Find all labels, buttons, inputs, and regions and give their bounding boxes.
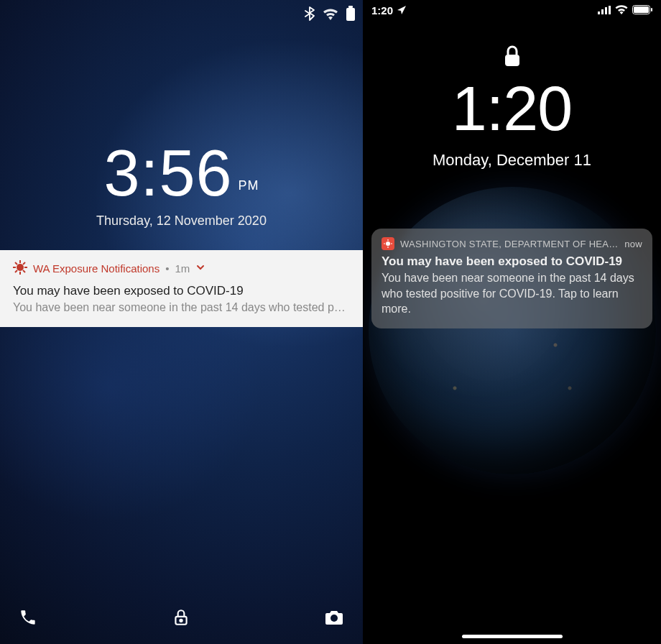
battery-icon — [632, 4, 652, 17]
wifi-icon — [615, 4, 628, 17]
svg-rect-19 — [634, 6, 649, 13]
svg-rect-1 — [348, 6, 353, 8]
svg-rect-20 — [651, 8, 652, 12]
iphone-notification-age: now — [624, 239, 642, 249]
bluetooth-icon — [304, 6, 315, 24]
android-ampm: PM — [239, 178, 259, 193]
android-notification-age: 1m — [175, 262, 190, 275]
lock-icon — [504, 45, 521, 70]
iphone-notification-title: You may have been exposed to COVID-19 — [382, 254, 642, 269]
android-notification-header: WA Exposure Notifications • 1m — [13, 260, 350, 277]
chevron-down-icon[interactable] — [195, 262, 205, 275]
android-bottom-bar — [0, 608, 363, 630]
svg-rect-16 — [605, 7, 607, 14]
svg-point-2 — [17, 264, 24, 271]
lock-icon[interactable] — [172, 608, 190, 630]
app-icon — [382, 237, 394, 250]
svg-point-22 — [386, 242, 390, 246]
android-statusbar — [304, 6, 356, 24]
camera-icon[interactable] — [324, 609, 344, 629]
home-indicator[interactable] — [462, 635, 563, 638]
phone-icon[interactable] — [19, 608, 37, 630]
android-notification-app: WA Exposure Notifications — [33, 262, 160, 275]
svg-rect-14 — [598, 12, 600, 14]
dot-separator: • — [165, 262, 169, 275]
iphone-notification-app: WASHINGTON STATE, DEPARTMENT OF HEALTH — [400, 239, 619, 249]
iphone-notification-body: You have been near someone in the past 1… — [382, 270, 642, 317]
svg-rect-15 — [601, 9, 604, 14]
battery-icon — [346, 6, 356, 24]
svg-line-9 — [15, 270, 17, 272]
android-notification[interactable]: WA Exposure Notifications • 1m You may h… — [0, 250, 363, 327]
android-lockscreen: 3:56 PM Thursday, 12 November 2020 WA Ex… — [0, 0, 363, 644]
virus-icon — [13, 260, 27, 277]
cellular-icon — [598, 4, 611, 17]
iphone-lockscreen: 1:20 1:20 Monday, December 11 WASHI — [363, 0, 661, 644]
android-notification-title: You may have been exposed to COVID-19 — [13, 284, 350, 298]
svg-point-13 — [330, 615, 338, 622]
iphone-date: Monday, December 11 — [363, 151, 661, 170]
android-time: 3:56 — [103, 137, 232, 211]
android-notification-body: You have been near someone in the past 1… — [13, 301, 350, 314]
svg-rect-21 — [505, 55, 519, 66]
svg-line-7 — [15, 262, 17, 264]
svg-rect-17 — [609, 6, 611, 14]
svg-line-10 — [23, 262, 25, 264]
iphone-time: 1:20 — [363, 72, 661, 145]
android-clock: 3:56 PM Thursday, 12 November 2020 — [0, 137, 363, 229]
svg-point-12 — [180, 620, 182, 622]
iphone-notification[interactable]: WASHINGTON STATE, DEPARTMENT OF HEALTH n… — [371, 229, 652, 328]
wifi-icon — [323, 7, 338, 23]
iphone-statusbar: 1:20 — [363, 4, 661, 17]
svg-line-8 — [23, 270, 25, 272]
iphone-notification-header: WASHINGTON STATE, DEPARTMENT OF HEALTH n… — [382, 237, 642, 250]
iphone-status-time: 1:20 — [371, 4, 393, 17]
location-icon — [397, 4, 406, 17]
svg-rect-0 — [346, 8, 355, 21]
android-date: Thursday, 12 November 2020 — [0, 213, 363, 229]
